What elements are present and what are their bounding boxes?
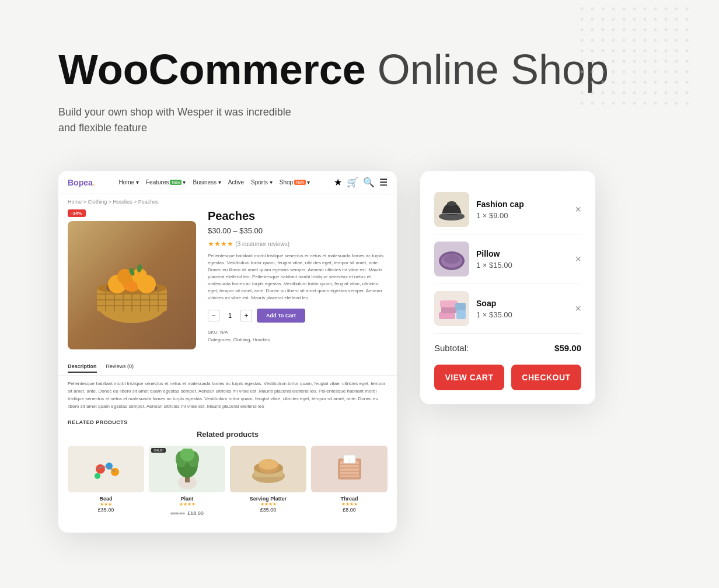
svg-point-81	[675, 71, 678, 74]
svg-point-32	[665, 29, 668, 32]
hat-price: 1 × $9.00	[476, 211, 568, 220]
svg-point-38	[602, 39, 605, 42]
svg-point-103	[654, 92, 657, 94]
svg-point-100	[623, 92, 626, 94]
nav-shop[interactable]: Shop New ▾	[280, 179, 310, 186]
soap-remove-button[interactable]: ×	[575, 303, 581, 314]
svg-rect-172	[455, 303, 466, 310]
tab-description[interactable]: Description	[68, 363, 97, 373]
svg-point-62	[602, 60, 605, 63]
svg-point-4	[623, 8, 626, 10]
product-description: Pellentesque habitant morbi tristique se…	[208, 253, 388, 302]
svg-point-143	[95, 473, 100, 479]
svg-point-40	[623, 39, 626, 42]
hat-remove-button[interactable]: ×	[575, 204, 581, 215]
svg-point-28	[623, 29, 626, 32]
menu-icon[interactable]: ☰	[379, 177, 388, 188]
nav-sports[interactable]: Sports ▾	[251, 179, 273, 186]
svg-point-22	[686, 18, 689, 21]
product-details: Peaches $30.00 – $35.00 ★★★★ (3 customer…	[208, 209, 388, 349]
svg-point-55	[654, 50, 657, 52]
nav-links: Home ▾ Features New ▾ Business ▾ Active …	[119, 179, 310, 186]
sku-label: SKU:	[208, 330, 219, 335]
checkout-button[interactable]: CHECKOUT	[511, 365, 581, 390]
svg-point-9	[675, 8, 678, 10]
related-product-thread: Thread ★★★★ £8.00	[311, 446, 388, 517]
svg-point-84	[581, 81, 584, 84]
svg-point-164	[447, 201, 456, 206]
svg-point-99	[612, 92, 615, 94]
svg-point-79	[654, 71, 657, 74]
svg-point-86	[602, 81, 605, 84]
tab-reviews[interactable]: Reviews (0)	[106, 363, 134, 373]
svg-point-42	[644, 39, 647, 42]
svg-point-108	[581, 102, 584, 105]
plant-sale-tag: SALE!	[151, 448, 166, 453]
svg-point-58	[686, 50, 689, 52]
related-title-section: RELATED PRODUCTS	[58, 415, 397, 428]
product-area: -14%	[58, 209, 397, 359]
svg-point-3	[612, 8, 615, 10]
svg-point-10	[686, 8, 689, 10]
nav-business[interactable]: Business ▾	[193, 179, 221, 186]
nav-logo: Bopea.	[68, 178, 95, 187]
svg-point-17	[633, 18, 636, 21]
svg-point-65	[633, 60, 636, 63]
search-icon[interactable]: 🔍	[363, 177, 375, 188]
sale-badge: -14%	[68, 209, 86, 217]
add-to-cart-button[interactable]: Add To Cart	[257, 309, 305, 323]
cart-icon[interactable]: 🛒	[347, 177, 358, 188]
plant-image: SALE!	[149, 446, 225, 492]
plant-price-row: £20.00 £18.00	[149, 507, 225, 517]
pillow-remove-button[interactable]: ×	[575, 254, 581, 264]
svg-point-105	[675, 92, 678, 94]
svg-point-82	[686, 71, 689, 74]
svg-point-49	[591, 50, 594, 52]
bead-price: £35.00	[68, 507, 144, 513]
nav-home[interactable]: Home ▾	[119, 179, 139, 186]
quantity-increase[interactable]: +	[240, 310, 252, 321]
svg-point-77	[633, 71, 636, 74]
svg-point-24	[581, 29, 584, 32]
svg-point-25	[591, 29, 594, 32]
bead-illustration	[89, 452, 124, 487]
platter-illustration	[248, 452, 289, 487]
star-icon[interactable]: ★	[334, 177, 342, 188]
categories-label: Categories:	[208, 337, 232, 342]
svg-point-93	[675, 81, 678, 84]
product-sku: SKU: N/A	[208, 330, 388, 335]
thread-price: £8.00	[311, 507, 388, 513]
thread-image	[311, 446, 388, 492]
svg-point-18	[644, 18, 647, 21]
plant-illustration	[170, 449, 205, 489]
decorative-dots	[579, 6, 696, 111]
related-products: Bead ★★★ £35.00 SALE! Plant	[58, 441, 397, 522]
related-product-platter: Serving Platter ★★★★ £35.00	[230, 446, 306, 517]
svg-point-26	[602, 29, 605, 32]
soap-illustration	[434, 296, 469, 322]
svg-point-109	[591, 102, 594, 105]
svg-point-98	[602, 92, 605, 94]
product-stars: ★★★★ (3 customer reviews)	[208, 240, 388, 248]
svg-point-87	[612, 81, 615, 84]
plant-stars: ★★★★	[149, 502, 225, 507]
hero-title-light: Online Shop	[366, 46, 609, 93]
thread-name: Thread	[311, 496, 388, 502]
categories-value: Clothing, Hoodies	[233, 337, 270, 342]
nav-active[interactable]: Active	[228, 179, 244, 186]
svg-point-90	[644, 81, 647, 84]
quantity-decrease[interactable]: −	[208, 310, 219, 321]
product-reviews: (3 customer reviews)	[235, 241, 289, 247]
svg-point-68	[665, 60, 668, 63]
product-tabs: Description Reviews (0)	[58, 359, 397, 376]
svg-point-13	[591, 18, 594, 21]
svg-point-12	[581, 18, 584, 21]
svg-point-56	[665, 50, 668, 52]
pillow-name: Pillow	[476, 249, 568, 258]
svg-point-53	[633, 50, 636, 52]
svg-point-96	[581, 92, 584, 94]
nav-features[interactable]: Features New ▾	[146, 179, 186, 186]
view-cart-button[interactable]: VIEW CART	[434, 365, 504, 390]
svg-rect-170	[440, 300, 458, 307]
hero-title: WooCommerce Online Shop	[58, 47, 661, 93]
